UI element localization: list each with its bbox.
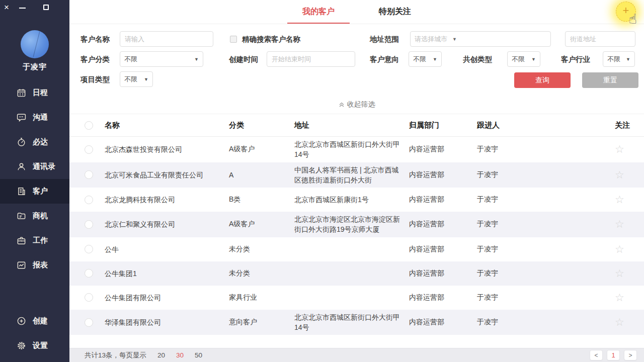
row-checkbox[interactable]: [85, 318, 93, 327]
star-icon[interactable]: ☆: [615, 143, 644, 155]
co-creation-type-select[interactable]: 不限 ▼: [507, 51, 540, 67]
customer-name: 北京杰森世投资有限公司: [105, 144, 229, 154]
customer-industry-select[interactable]: 不限 ▼: [603, 51, 635, 67]
sidebar-item-contacts[interactable]: 通讯录: [0, 154, 69, 179]
minimize-icon[interactable]: [19, 8, 26, 9]
col-address: 地址: [294, 121, 409, 130]
customer-category: 未分类: [229, 245, 294, 254]
sidebar-item-create[interactable]: 创建: [0, 309, 69, 333]
chevron-down-icon: ▼: [529, 57, 536, 62]
chevron-down-icon: ▼: [431, 57, 437, 62]
star-icon[interactable]: ☆: [615, 194, 644, 206]
row-checkbox[interactable]: [85, 245, 93, 253]
page-size-50[interactable]: 50: [195, 351, 202, 359]
customer-department: 内容运营部: [409, 318, 477, 327]
row-checkbox[interactable]: [85, 145, 93, 154]
row-checkbox[interactable]: [85, 170, 93, 179]
page-size-options: 20 30 50: [157, 351, 202, 359]
customer-name: 北京龙腾科技有限公司: [105, 195, 229, 205]
sidebar-item-label: 客户: [33, 187, 48, 196]
table-row[interactable]: 公牛集团有限公司 家具行业 内容运营部 于凌宇 ☆: [69, 286, 644, 310]
sidebar-item-communication[interactable]: 沟通: [0, 105, 69, 130]
row-checkbox[interactable]: [85, 220, 93, 229]
row-checkbox[interactable]: [85, 293, 93, 302]
contacts-icon: [17, 162, 26, 171]
chevron-down-icon: ▼: [624, 57, 630, 62]
chevron-down-icon: ▼: [192, 57, 199, 62]
building-icon: [17, 187, 26, 196]
sidebar-item-settings[interactable]: 设置: [0, 333, 69, 358]
star-icon[interactable]: ☆: [615, 292, 644, 304]
star-icon[interactable]: ☆: [615, 169, 644, 181]
star-icon[interactable]: ☆: [615, 243, 644, 255]
customer-department: 内容运营部: [409, 145, 477, 154]
close-icon[interactable]: ×: [4, 3, 9, 12]
table-row[interactable]: 北京仁和聚义有限公司 A级客户 北京北京市海淀区北京市海淀区新街口外大街路19号…: [69, 212, 644, 237]
col-category: 分类: [229, 121, 294, 130]
table-row[interactable]: 公牛集团1 未分类 内容运营部 于凌宇 ☆: [69, 261, 644, 286]
tab-bar: 我的客户 特别关注 + ☝: [69, 0, 644, 24]
avatar[interactable]: [21, 30, 49, 58]
next-page-button[interactable]: >: [624, 350, 637, 360]
sidebar-item-reports[interactable]: 报表: [0, 253, 69, 278]
select-all-checkbox[interactable]: [85, 121, 93, 130]
prev-page-button[interactable]: <: [590, 350, 603, 360]
chat-icon: [17, 113, 26, 122]
created-time-input[interactable]: [267, 51, 355, 67]
star-icon[interactable]: ☆: [615, 267, 644, 280]
customer-category-select[interactable]: 不限 ▼: [120, 51, 203, 67]
customer-industry-label: 客户行业: [561, 51, 590, 67]
hand-cursor-icon: ☝: [629, 11, 637, 27]
current-page-button[interactable]: 1: [607, 350, 620, 360]
page-size-20[interactable]: 20: [157, 351, 165, 359]
sidebar-item-customers[interactable]: 客户: [0, 179, 69, 204]
table-row[interactable]: 北京龙腾科技有限公司 B类 北京市西城区新康街1号 内容运营部 于凌宇 ☆: [69, 188, 644, 212]
pagination-bar: 共计13条，每页显示 20 30 50 < 1 >: [69, 348, 644, 362]
table-row[interactable]: 公牛 未分类 内容运营部 于凌宇 ☆: [69, 237, 644, 261]
customer-category: B类: [229, 195, 294, 204]
maximize-icon[interactable]: [43, 5, 49, 10]
customer-follower: 于凌宇: [477, 220, 615, 229]
customer-address: 北京市西城区新康街1号: [294, 195, 409, 205]
chevron-down-icon: ▼: [142, 77, 148, 82]
tab-my-customers[interactable]: 我的客户: [287, 7, 350, 24]
customer-intention-select[interactable]: 不限 ▼: [409, 51, 442, 67]
created-time-label: 创建时间: [229, 51, 258, 67]
city-select[interactable]: 请选择城市 ▼: [410, 31, 551, 47]
page-size-30[interactable]: 30: [176, 351, 184, 359]
customer-table: 名称 分类 地址 归属部门 跟进人 关注 北京杰森世投资有限公司 A级客户 北京…: [69, 114, 644, 335]
table-row[interactable]: 北京可米食品工业有限责任公司 A 中国名人将军书画苑 | 北京市西城区德胜街道新…: [69, 162, 644, 188]
row-checkbox[interactable]: [85, 196, 93, 204]
customer-name-input[interactable]: [120, 31, 213, 47]
reset-button[interactable]: 重置: [582, 72, 638, 88]
table-body: 北京杰森世投资有限公司 A级客户 北京北京市西城区新街口外大街甲14号 内容运营…: [69, 137, 644, 335]
main-content: 我的客户 特别关注 + ☝ 客户名称 精确搜索客户名称 地址范围 请选择城市 ▼…: [69, 0, 644, 362]
customer-address: 中国名人将军书画苑 | 北京市西城区德胜街道新街口外大街: [294, 165, 409, 186]
sidebar-item-bida[interactable]: 必达: [0, 130, 69, 154]
star-icon[interactable]: ☆: [615, 218, 644, 230]
customer-category: 意向客户: [229, 318, 294, 327]
stopwatch-icon: [17, 137, 26, 147]
collapse-filters-toggle[interactable]: 收起筛选: [69, 96, 644, 114]
customer-department: 内容运营部: [409, 293, 477, 302]
query-button[interactable]: 查询: [514, 72, 571, 88]
sidebar-item-label: 必达: [33, 137, 48, 147]
customer-department: 内容运营部: [409, 220, 477, 229]
tab-special-focus[interactable]: 特别关注: [364, 7, 426, 24]
sidebar-item-label: 商机: [33, 211, 48, 221]
table-header: 名称 分类 地址 归属部门 跟进人 关注: [69, 114, 644, 137]
star-icon[interactable]: ☆: [615, 316, 644, 328]
table-row[interactable]: 华泽集团有限公司 意向客户 北京北京市西城区新街口外大街甲14号 内容运营部 于…: [69, 310, 644, 335]
sidebar-item-schedule[interactable]: 日程: [0, 80, 69, 105]
sidebar-bottom: 创建 设置: [0, 309, 69, 358]
sidebar-item-label: 通讯录: [33, 162, 55, 171]
street-address-input[interactable]: [565, 31, 635, 47]
total-count-label: 共计13条，每页显示: [85, 351, 146, 360]
sidebar-item-opportunities[interactable]: 商机: [0, 204, 69, 228]
exact-search-checkbox[interactable]: [230, 36, 237, 43]
row-checkbox[interactable]: [85, 269, 93, 278]
table-row[interactable]: 北京杰森世投资有限公司 A级客户 北京北京市西城区新街口外大街甲14号 内容运营…: [69, 137, 644, 162]
project-type-select[interactable]: 不限 ▼: [120, 71, 153, 87]
sidebar-item-work[interactable]: 工作: [0, 228, 69, 253]
collapse-filters-label: 收起筛选: [347, 100, 375, 109]
